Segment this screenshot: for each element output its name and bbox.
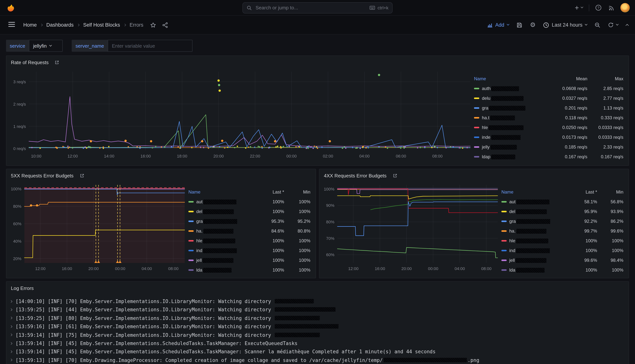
- favorite-button[interactable]: [149, 21, 157, 29]
- legend-value-2: 2.33 req/s: [587, 144, 623, 150]
- log-row[interactable]: [13:59:14] [INF] [45] Emby.Server.Implem…: [9, 348, 624, 356]
- legend-row[interactable]: ha. 99.7% 99.6%: [501, 226, 623, 236]
- 5xx-error-budget-chart[interactable]: 20%40%60%80%100%12:0016:0020:0000:0004:0…: [7, 182, 188, 273]
- legend-header-col1[interactable]: Mean: [543, 76, 587, 82]
- panel-header[interactable]: 5XX Requests Error Budgets: [7, 169, 316, 182]
- legend-row[interactable]: aut 58.1% 56.8%: [501, 197, 623, 207]
- panel-header[interactable]: 4XX Requests Error Budgets: [319, 169, 628, 182]
- legend-row[interactable]: ldap 0.167 req/s 0.167 req/s: [474, 152, 623, 162]
- legend-header-col2[interactable]: Min: [284, 190, 310, 195]
- log-text: [13:59:14] [INF] [75] Emby.Server.Implem…: [16, 331, 321, 340]
- chevron-down-icon: [580, 6, 583, 8]
- dashboard-settings-button[interactable]: ⚙: [529, 20, 536, 30]
- collapse-toolbar-button[interactable]: [625, 22, 629, 28]
- log-row[interactable]: [13:59:16] [INF] [61] Emby.Server.Implem…: [9, 322, 624, 331]
- legend-header-name[interactable]: Name: [474, 76, 543, 82]
- legend-row[interactable]: delu 0.0327 req/s 2.77 req/s: [474, 94, 623, 103]
- log-row[interactable]: [13:59:25] [INF] [44] Emby.Server.Implem…: [9, 306, 624, 314]
- svg-text:100%: 100%: [324, 187, 334, 192]
- rate-of-requests-chart[interactable]: 0 req/s1 req/s2 req/s3 req/s10:0012:0014…: [7, 69, 474, 160]
- breadcrumb-self-host-blocks[interactable]: Self Host Blocks: [83, 22, 120, 28]
- legend-row[interactable]: gra 0.201 req/s 1.13 req/s: [474, 103, 623, 113]
- svg-text:80%: 80%: [326, 220, 334, 224]
- series-name: hle: [501, 238, 562, 244]
- panel-links-button[interactable]: [52, 60, 62, 65]
- svg-text:00:00: 00:00: [428, 266, 438, 271]
- legend-value-2: 2.85 req/s: [587, 86, 623, 91]
- legend-header-name[interactable]: Name: [188, 190, 250, 195]
- legend-value-2: 100%: [284, 199, 310, 204]
- time-range-picker[interactable]: Last 24 hours: [542, 20, 588, 30]
- legend-row[interactable]: gra 95.3% 95.2%: [188, 216, 310, 226]
- 4xx-error-budget-chart[interactable]: 60%70%80%90%100%12:0016:0020:0000:0004:0…: [319, 182, 501, 273]
- legend-row[interactable]: auth 0.0608 req/s 2.85 req/s: [474, 84, 623, 94]
- search-box[interactable]: ctrl+k: [242, 2, 393, 13]
- legend-row[interactable]: ha. 84.6% 80.8%: [188, 226, 310, 236]
- clock-icon: [543, 22, 549, 28]
- log-row[interactable]: [13:59:14] [INF] [75] Emby.Server.Implem…: [9, 331, 624, 340]
- panel-header[interactable]: Rate of Requests: [7, 56, 628, 69]
- legend-row[interactable]: ind 100% 100%: [188, 246, 310, 256]
- add-panel-button[interactable]: Add: [486, 21, 510, 29]
- legend-row[interactable]: ha.t 0.118 req/s 0.333 req/s: [474, 113, 623, 123]
- breadcrumb-dashboards[interactable]: Dashboards: [46, 22, 74, 28]
- log-row[interactable]: [13:59:14] [INF] [45] Emby.Server.Implem…: [9, 340, 624, 348]
- panel-links-button[interactable]: [77, 173, 87, 178]
- save-dashboard-button[interactable]: [516, 20, 523, 30]
- legend-row[interactable]: jelly 0.185 req/s 2.33 req/s: [474, 142, 623, 152]
- panel-4xx-error-budgets: 4XX Requests Error Budgets 60%70%80%90%1…: [319, 169, 629, 278]
- legend-row[interactable]: gra 92.2% 86.2%: [501, 216, 623, 226]
- legend-header-col1[interactable]: Last *: [562, 190, 597, 195]
- user-avatar[interactable]: [620, 3, 630, 12]
- legend-header-col2[interactable]: Max: [587, 76, 623, 82]
- legend-row[interactable]: aut 100% 100%: [188, 197, 310, 207]
- mega-menu-button[interactable]: [6, 20, 17, 30]
- panel-links-button[interactable]: [390, 173, 400, 178]
- legend-row[interactable]: inde 0.0173 req/s 0.0333 req/s: [474, 132, 623, 142]
- legend-value-1: 100%: [250, 238, 284, 244]
- legend-row[interactable]: del 95.9% 93.9%: [501, 207, 623, 216]
- legend-row[interactable]: jell 100% 100%: [188, 256, 310, 265]
- legend-value-2: 100%: [597, 248, 623, 253]
- legend-header-col1[interactable]: Last *: [250, 190, 284, 195]
- legend-row[interactable]: ind 100% 100%: [501, 246, 623, 256]
- zoom-out-button[interactable]: [594, 20, 601, 30]
- panel-title: 4XX Requests Error Budgets: [324, 173, 387, 178]
- legend-row[interactable]: hle 0.0250 req/s 0.0333 req/s: [474, 123, 623, 132]
- legend-row[interactable]: del 100% 100%: [188, 207, 310, 216]
- redacted-text: [383, 358, 467, 362]
- panel-title: Rate of Requests: [11, 60, 49, 65]
- expand-log-icon: [10, 300, 13, 303]
- breadcrumb-home[interactable]: Home: [23, 22, 37, 28]
- svg-text:08:00: 08:00: [432, 154, 443, 158]
- dashboard-content: service jellyfin server_name Rate of Req…: [0, 40, 635, 364]
- grafana-logo[interactable]: [5, 2, 16, 13]
- share-button[interactable]: [161, 21, 169, 29]
- expand-log-icon: [10, 350, 13, 353]
- legend-row[interactable]: lda 100% 100%: [188, 265, 310, 275]
- legend-row[interactable]: jell 99.6% 98.4%: [501, 256, 623, 265]
- variable-service-picker[interactable]: jellyfin: [29, 40, 63, 52]
- help-button[interactable]: ?: [594, 4, 602, 12]
- series-name: gra: [501, 219, 562, 224]
- log-row[interactable]: [13:59:13] [INF] [70] Emby.Drawing.Image…: [9, 356, 624, 364]
- legend-header-name[interactable]: Name: [501, 190, 562, 195]
- svg-text:12:00: 12:00: [68, 154, 78, 158]
- log-row[interactable]: [13:59:25] [INF] [80] Emby.Server.Implem…: [9, 314, 624, 323]
- legend-value-2: 0.0333 req/s: [587, 135, 623, 140]
- legend-value-2: 100%: [597, 238, 623, 244]
- new-menu-button[interactable]: +: [574, 4, 583, 12]
- legend-row[interactable]: hle 100% 100%: [188, 236, 310, 246]
- legend-value-1: 100%: [250, 268, 284, 273]
- redacted-series-name: [489, 125, 523, 130]
- log-row[interactable]: [14:00:10] [INF] [70] Emby.Server.Implem…: [9, 298, 624, 306]
- news-button[interactable]: [607, 4, 615, 12]
- legend-row[interactable]: hle 100% 100%: [501, 236, 623, 246]
- legend-header-col2[interactable]: Min: [597, 190, 623, 195]
- legend-row[interactable]: lda 100% 100%: [501, 265, 623, 275]
- search-input[interactable]: [255, 4, 366, 11]
- refresh-interval-dropdown-icon[interactable]: [616, 23, 619, 26]
- panel-header[interactable]: Log Errors: [7, 282, 628, 294]
- refresh-button[interactable]: [607, 21, 619, 29]
- variable-server-name-input[interactable]: [108, 40, 193, 52]
